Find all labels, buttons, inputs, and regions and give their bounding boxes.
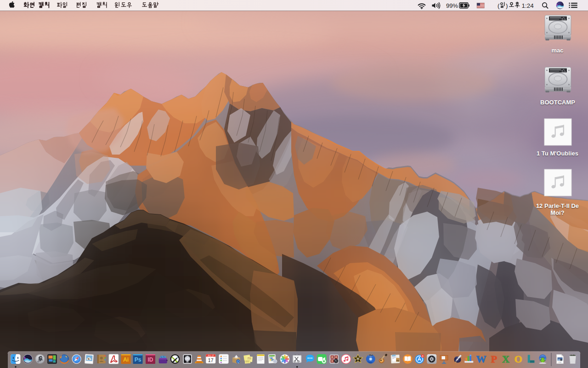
- svg-text:4: 4: [422, 355, 423, 357]
- svg-text:12 Parle-T-Il De: 12 Parle-T-Il De: [536, 202, 579, 209]
- svg-text:JUL 17: JUL 17: [208, 355, 215, 357]
- svg-text:): ): [506, 2, 508, 9]
- svg-text:(: (: [498, 2, 500, 9]
- svg-text:Q: Q: [237, 359, 239, 363]
- svg-text:BOOTCAMP: BOOTCAMP: [540, 99, 575, 106]
- svg-text:1:24: 1:24: [522, 2, 534, 9]
- svg-text:ID: ID: [148, 356, 153, 363]
- svg-text:PDF: PDF: [559, 362, 561, 363]
- svg-text:1 Tu M'Oublies: 1 Tu M'Oublies: [537, 150, 578, 157]
- svg-text:99%: 99%: [446, 2, 458, 9]
- svg-text:Ai: Ai: [123, 356, 129, 363]
- svg-text:Note: Note: [248, 357, 251, 359]
- svg-text:17: 17: [208, 357, 214, 363]
- svg-text:Moi?: Moi?: [550, 209, 564, 216]
- svg-text:O: O: [514, 353, 522, 365]
- svg-text:W: W: [476, 353, 486, 365]
- svg-text:Ps: Ps: [135, 356, 141, 363]
- svg-text:X: X: [502, 353, 509, 365]
- svg-text:P: P: [491, 353, 497, 365]
- svg-text:mac: mac: [551, 47, 563, 54]
